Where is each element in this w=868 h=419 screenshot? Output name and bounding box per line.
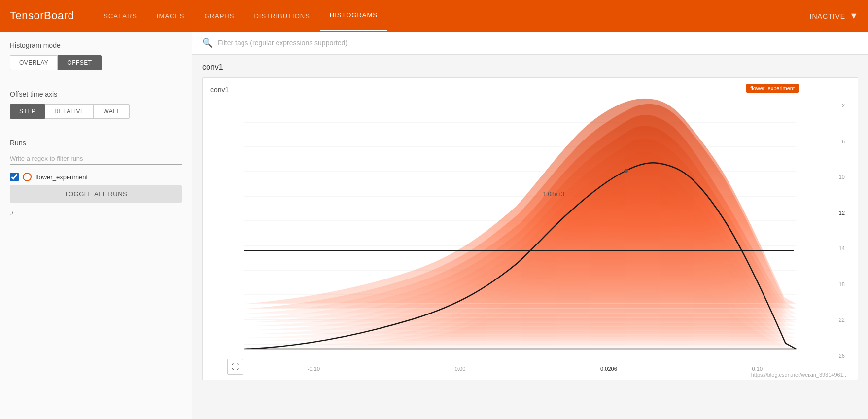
sidebar: Histogram mode OVERLAY OFFSET Offset tim… <box>0 32 192 419</box>
y-label-10: 10 <box>835 174 845 180</box>
offset-btn[interactable]: OFFSET <box>58 55 101 70</box>
status-dropdown-arrow[interactable]: ▼ <box>849 11 858 21</box>
nav-scalars[interactable]: SCALARS <box>94 0 147 31</box>
histogram-svg <box>210 98 850 364</box>
nav-histograms[interactable]: HISTOGRAMS <box>320 0 387 31</box>
content-area: 🔍 conv1 conv1 flower_experiment <box>192 32 868 419</box>
divider-2 <box>10 131 182 131</box>
y-label-26: 26 <box>835 353 845 359</box>
search-icon: 🔍 <box>202 37 213 48</box>
overlay-btn[interactable]: OVERLAY <box>10 55 58 70</box>
y-label-12: ─12 <box>835 210 845 216</box>
y-label-14: 14 <box>835 245 845 251</box>
charts-area: conv1 conv1 flower_experiment <box>192 55 868 419</box>
nav-graphs[interactable]: GRAPHS <box>195 0 244 31</box>
x-axis-labels: -0.10 0.00 0.0206 0.10 <box>210 364 850 372</box>
x-label-neg010: -0.10 <box>308 366 320 372</box>
nav-distributions[interactable]: DISTRIBUTIONS <box>244 0 319 31</box>
main-nav: SCALARS IMAGES GRAPHS DISTRIBUTIONS HIST… <box>94 0 387 31</box>
chart-card: conv1 flower_experiment <box>202 77 858 380</box>
chart-legend-badge: flower_experiment <box>746 84 799 93</box>
y-label-22: 22 <box>835 317 845 323</box>
mode-buttons: OVERLAY OFFSET <box>10 55 182 70</box>
tooltip-value: 1.08e+3 <box>543 191 564 198</box>
fullscreen-button[interactable]: ⛶ <box>227 359 243 375</box>
svg-point-11 <box>625 169 628 173</box>
nav-images[interactable]: IMAGES <box>147 0 195 31</box>
divider-1 <box>10 82 182 82</box>
status-label: INACTIVE <box>810 12 846 20</box>
offset-time-axis-label: Offset time axis <box>10 90 182 98</box>
chart-group-title: conv1 <box>202 63 858 71</box>
relative-btn[interactable]: RELATIVE <box>45 104 94 119</box>
url-hint: https://blog.csdn.net/weixin_39314961... <box>751 372 848 378</box>
y-axis-labels: 2 6 10 ─12 14 18 22 26 <box>835 98 845 364</box>
chart-container: 1.08e+3 2 6 10 ─12 14 18 22 26 <box>210 98 850 364</box>
step-btn[interactable]: STEP <box>10 104 45 119</box>
toggle-all-runs-button[interactable]: TOGGLE ALL RUNS <box>10 185 182 203</box>
topbar-right: INACTIVE ▼ <box>810 11 858 21</box>
logo[interactable]: TensorBoard <box>10 9 74 22</box>
run-item: flower_experiment <box>10 173 182 181</box>
run-label: flower_experiment <box>35 174 88 181</box>
run-checkbox[interactable] <box>10 173 19 181</box>
run-color-circle <box>23 173 32 181</box>
y-label-6: 6 <box>835 139 845 144</box>
wall-btn[interactable]: WALL <box>94 104 129 119</box>
search-bar: 🔍 <box>192 32 868 55</box>
regex-filter-input[interactable] <box>10 153 182 165</box>
axis-buttons: STEP RELATIVE WALL <box>10 104 182 119</box>
runs-title: Runs <box>10 139 182 147</box>
x-label-010: 0.10 <box>752 366 763 372</box>
y-label-18: 18 <box>835 281 845 287</box>
topbar: TensorBoard SCALARS IMAGES GRAPHS DISTRI… <box>0 0 868 32</box>
histogram-mode-label: Histogram mode <box>10 41 182 49</box>
search-input[interactable] <box>218 39 858 47</box>
subdir-label: ./ <box>10 210 13 217</box>
x-label-000: 0.00 <box>455 366 465 372</box>
x-label-0206: 0.0206 <box>600 366 617 372</box>
y-label-2: 2 <box>835 103 845 108</box>
main-layout: Histogram mode OVERLAY OFFSET Offset tim… <box>0 32 868 419</box>
